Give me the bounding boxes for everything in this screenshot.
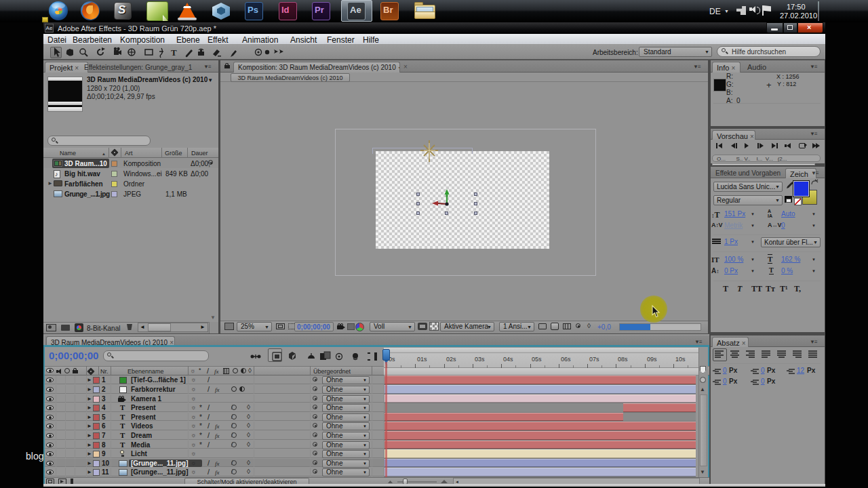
svg-text:T: T [171, 47, 177, 58]
